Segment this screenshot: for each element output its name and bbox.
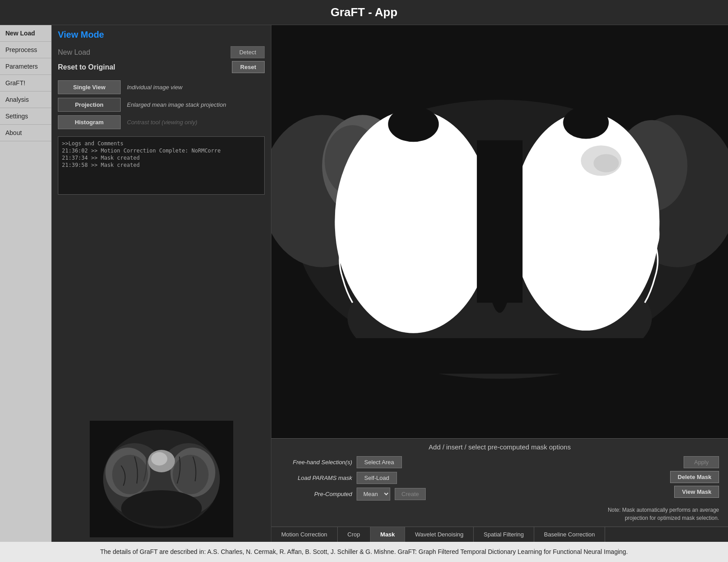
single-view-desc: Individual image view bbox=[127, 84, 183, 91]
bottom-tabs: Motion Correction Crop Mask Wavelet Deno… bbox=[271, 527, 728, 542]
tab-spatial-filtering[interactable]: Spatial Filtering bbox=[474, 527, 534, 542]
footer: The details of GraFT are described in: A… bbox=[0, 542, 728, 562]
select-area-button[interactable]: Select Area bbox=[357, 456, 402, 468]
log-line-1: 21:37:34 >> Mask created bbox=[62, 155, 261, 161]
svg-point-7 bbox=[173, 455, 209, 494]
svg-rect-27 bbox=[271, 338, 728, 374]
histogram-desc: Contrast tool (viewing only) bbox=[127, 119, 197, 126]
histogram-button[interactable]: Histogram bbox=[58, 115, 121, 129]
freehand-label: Free-hand Selection(s) bbox=[280, 459, 352, 466]
new-load-label: New Load bbox=[58, 48, 90, 57]
delete-mask-button[interactable]: Delete Mask bbox=[670, 471, 719, 483]
brain-thumbnail bbox=[90, 421, 233, 537]
sidebar-item-new-load[interactable]: New Load bbox=[0, 25, 51, 42]
sidebar-item-about[interactable]: About bbox=[0, 125, 51, 141]
sidebar-item-graft[interactable]: GraFT! bbox=[0, 75, 51, 91]
detect-button[interactable]: Detect bbox=[231, 46, 265, 58]
precomputed-label: Pre-Computed bbox=[280, 491, 352, 497]
reset-button[interactable]: Reset bbox=[232, 61, 265, 73]
tab-motion-correction[interactable]: Motion Correction bbox=[271, 527, 338, 542]
svg-point-26 bbox=[593, 154, 619, 172]
load-params-label: Load PARAMS mask bbox=[280, 475, 352, 481]
self-load-button[interactable]: Self-Load bbox=[357, 472, 397, 484]
svg-point-10 bbox=[121, 490, 202, 526]
apply-button[interactable]: Apply bbox=[684, 456, 719, 468]
single-view-button[interactable]: Single View bbox=[58, 80, 121, 94]
log-line-2: 21:39:58 >> Mask created bbox=[62, 162, 261, 168]
tab-wavelet-denoising[interactable]: Wavelet Denoising bbox=[405, 527, 474, 542]
svg-point-24 bbox=[484, 151, 515, 313]
log-line-0: 21:36:02 >> Motion Correction Complete: … bbox=[62, 148, 261, 154]
sidebar: New Load Preprocess Parameters GraFT! An… bbox=[0, 25, 52, 542]
logs-header: >>Logs and Comments bbox=[62, 140, 261, 147]
precomputed-select[interactable]: Mean bbox=[357, 488, 390, 501]
projection-button[interactable]: Projection bbox=[58, 98, 121, 112]
sidebar-item-parameters[interactable]: Parameters bbox=[0, 58, 51, 75]
svg-point-20 bbox=[388, 106, 439, 142]
sidebar-item-preprocess[interactable]: Preprocess bbox=[0, 42, 51, 58]
tab-crop[interactable]: Crop bbox=[338, 527, 371, 542]
svg-point-19 bbox=[335, 110, 492, 333]
logs-area: >>Logs and Comments 21:36:02 >> Motion C… bbox=[58, 136, 265, 195]
right-panel: Add / insert / select pre-computed mask … bbox=[271, 25, 728, 542]
reset-label: Reset to Original bbox=[58, 63, 115, 71]
app-title: GraFT - App bbox=[0, 0, 728, 25]
projection-desc: Enlarged mean image stack projection bbox=[127, 101, 226, 108]
view-mask-button[interactable]: View Mask bbox=[674, 486, 719, 498]
image-view bbox=[271, 25, 728, 438]
svg-point-9 bbox=[151, 452, 167, 466]
svg-point-4 bbox=[112, 455, 148, 494]
sidebar-item-settings[interactable]: Settings bbox=[0, 108, 51, 125]
mask-note: Note: Mask automatically performs an ave… bbox=[280, 506, 719, 522]
thumbnail-area bbox=[52, 198, 271, 542]
view-mode-header: View Mode bbox=[52, 25, 271, 43]
tab-mask[interactable]: Mask bbox=[371, 527, 405, 542]
svg-point-21 bbox=[512, 113, 659, 331]
sidebar-item-analysis[interactable]: Analysis bbox=[0, 91, 51, 108]
mask-options-panel: Add / insert / select pre-computed mask … bbox=[271, 438, 728, 527]
tab-baseline-correction[interactable]: Baseline Correction bbox=[534, 527, 605, 542]
svg-point-22 bbox=[563, 106, 609, 139]
create-button[interactable]: Create bbox=[395, 488, 426, 500]
center-panel: View Mode New Load Detect Reset to Origi… bbox=[52, 25, 271, 542]
mask-options-title: Add / insert / select pre-computed mask … bbox=[280, 443, 719, 451]
